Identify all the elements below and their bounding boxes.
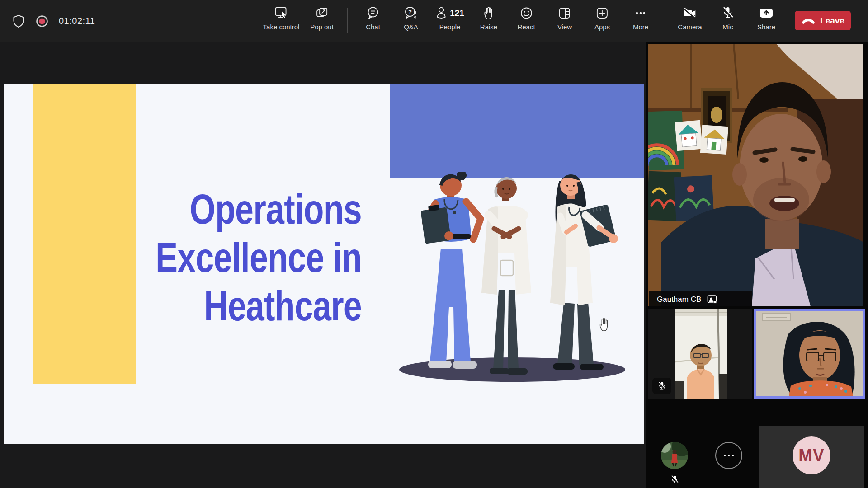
react-label: React <box>517 23 535 30</box>
slide-yellow-accent <box>33 84 136 384</box>
ellipsis-dot <box>724 455 726 456</box>
people-count-badge: 121 <box>450 8 464 18</box>
ellipsis-dot <box>732 455 734 456</box>
mic-off-icon <box>721 6 735 20</box>
mic-label: Mic <box>722 23 733 30</box>
view-button[interactable]: View <box>557 6 572 30</box>
apps-label: Apps <box>594 23 610 30</box>
healthcare-workers-illustration <box>387 172 644 411</box>
participant-3-video <box>756 311 863 396</box>
people-button[interactable]: 121 People <box>435 6 464 30</box>
ellipsis-dot <box>728 455 730 456</box>
react-button[interactable]: React <box>517 6 535 30</box>
raise-hand-button[interactable]: Raise <box>480 6 497 30</box>
take-control-label: Take control <box>263 23 300 30</box>
presentation-slide: Operations Excellence in Heathcare <box>4 84 644 444</box>
participant-tile-main[interactable]: Gautham CB <box>648 44 863 306</box>
more-button[interactable]: More <box>633 6 648 30</box>
qna-button[interactable]: ? Q&A <box>403 6 419 30</box>
camera-label: Camera <box>678 23 702 30</box>
woman-doctor-figure <box>550 174 618 370</box>
more-ellipsis-icon <box>633 6 648 20</box>
participant-2-muted-badge <box>652 378 671 394</box>
camera-off-icon <box>682 6 698 20</box>
participant-tile-3-active[interactable] <box>754 309 865 399</box>
main-video-scene <box>648 44 863 306</box>
avatar-muted-icon <box>670 474 679 484</box>
chat-button[interactable]: Chat <box>366 6 380 30</box>
nurse-figure <box>420 172 481 369</box>
spotlight-icon <box>707 295 718 305</box>
qna-label: Q&A <box>404 23 418 30</box>
view-grid-icon <box>557 6 572 20</box>
overflow-participants-button[interactable] <box>715 442 742 469</box>
react-smiley-icon <box>519 6 533 20</box>
doctor-figure <box>481 177 531 375</box>
slide-purple-banner <box>390 84 644 178</box>
pop-out-label: Pop out <box>310 23 334 30</box>
apps-button[interactable]: Apps <box>594 6 610 30</box>
more-label: More <box>633 23 648 30</box>
take-control-button[interactable]: Take control <box>263 6 300 30</box>
share-button[interactable]: Share <box>757 6 775 30</box>
monitor-cursor-icon <box>274 6 289 20</box>
main-participant-name-overlay: Gautham CB <box>649 291 752 306</box>
phone-hangup-icon <box>801 15 816 26</box>
participant-tile-mv[interactable]: MV <box>759 426 864 488</box>
toolbar-divider <box>662 8 662 33</box>
chat-icon <box>366 6 380 20</box>
share-screen-icon <box>759 6 774 20</box>
svg-text:?: ? <box>408 9 412 15</box>
people-label: People <box>439 23 461 30</box>
apps-plus-icon <box>595 6 609 20</box>
camera-button[interactable]: Camera <box>678 6 702 30</box>
raise-hand-icon <box>482 6 495 20</box>
participant-2-video <box>675 309 727 399</box>
chat-label: Chat <box>366 23 380 30</box>
leave-button[interactable]: Leave <box>795 11 851 30</box>
avatar-photo <box>661 442 688 469</box>
pop-out-button[interactable]: Pop out <box>310 6 334 30</box>
shared-screen-stage: Operations Excellence in Heathcare <box>0 42 646 488</box>
leave-label: Leave <box>820 16 844 26</box>
hand-cursor-icon <box>598 316 611 333</box>
share-label: Share <box>757 23 775 30</box>
meeting-toolbar: 01:02:11 Take control Pop out Chat ? Q&A <box>0 0 868 42</box>
slide-title-line2: Excellence in <box>156 234 362 282</box>
slide-title-line1: Operations <box>156 185 362 234</box>
shield-icon <box>12 14 25 28</box>
recording-indicator <box>35 14 49 28</box>
toolbar-left-group: 01:02:11 <box>0 0 95 42</box>
pop-out-icon <box>315 6 329 20</box>
main-participant-name: Gautham CB <box>657 295 701 304</box>
toolbar-divider <box>347 8 348 33</box>
raise-label: Raise <box>480 23 497 30</box>
view-label: View <box>557 23 572 30</box>
mic-button[interactable]: Mic <box>721 6 735 30</box>
meeting-timer: 01:02:11 <box>59 16 95 26</box>
participants-sidebar: Gautham CB <box>646 42 868 488</box>
people-icon <box>435 6 447 20</box>
slide-title: Operations Excellence in Heathcare <box>156 185 362 330</box>
participant-initials-avatar: MV <box>793 436 830 474</box>
participant-avatar-photo[interactable] <box>661 442 688 469</box>
qna-icon: ? <box>403 6 419 20</box>
slide-title-line3: Heathcare <box>156 282 362 330</box>
